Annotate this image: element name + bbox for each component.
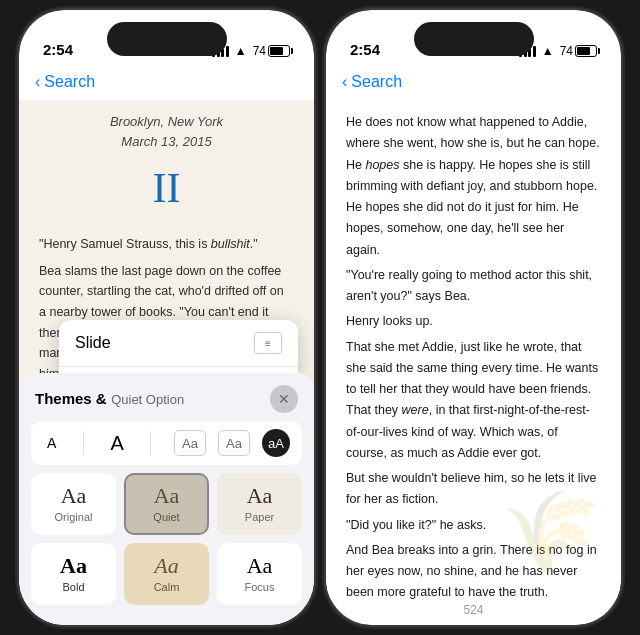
font-divider-2 bbox=[150, 431, 151, 455]
themes-panel: Themes & Quiet Option ✕ A A Aa Aa aA bbox=[19, 373, 314, 625]
theme-focus-aa: Aa bbox=[247, 555, 273, 577]
theme-paper-aa: Aa bbox=[247, 485, 273, 507]
font-icons-row: Aa Aa aA bbox=[174, 429, 290, 457]
page-number: 524 bbox=[326, 599, 621, 625]
battery-right: 74 bbox=[560, 44, 597, 58]
right-book-text: He does not know what happened to Addie,… bbox=[326, 100, 621, 599]
nav-bar-right: ‹ Search bbox=[326, 64, 621, 100]
right-para-1: "You're really going to method actor thi… bbox=[346, 265, 601, 308]
book-para-0: "Henry Samuel Strauss, this is bullshit.… bbox=[39, 234, 294, 255]
theme-quiet[interactable]: Aa Quiet bbox=[124, 473, 209, 535]
theme-focus[interactable]: Aa Focus bbox=[217, 543, 302, 605]
back-label-left: Search bbox=[44, 73, 95, 91]
dynamic-island-left bbox=[107, 22, 227, 56]
themes-title: Themes & bbox=[35, 390, 107, 407]
back-button-left[interactable]: ‹ Search bbox=[35, 73, 95, 91]
theme-paper[interactable]: Aa Paper bbox=[217, 473, 302, 535]
theme-calm[interactable]: Aa Calm bbox=[124, 543, 209, 605]
right-para-3: That she met Addie, just like he wrote, … bbox=[346, 337, 601, 465]
themes-title-area: Themes & Quiet Option bbox=[35, 390, 184, 408]
font-style-icon-2[interactable]: Aa bbox=[218, 430, 250, 456]
book-header: Brooklyn, New YorkMarch 13, 2015 II bbox=[39, 112, 294, 222]
theme-original[interactable]: Aa Original bbox=[31, 473, 116, 535]
theme-bold[interactable]: Aa Bold bbox=[31, 543, 116, 605]
theme-original-aa: Aa bbox=[61, 485, 87, 507]
chevron-left-icon-left: ‹ bbox=[35, 73, 40, 91]
theme-quiet-label: Quiet bbox=[153, 511, 179, 523]
theme-calm-aa: Aa bbox=[154, 555, 178, 577]
chapter-number: II bbox=[39, 155, 294, 222]
theme-bold-aa: Aa bbox=[60, 555, 87, 577]
theme-grid: Aa Original Aa Quiet Aa Paper Aa Bold Aa bbox=[31, 473, 302, 605]
dynamic-island-right bbox=[414, 22, 534, 56]
scroll-option-slide[interactable]: Slide ≡ bbox=[59, 320, 298, 367]
book-location: Brooklyn, New YorkMarch 13, 2015 bbox=[39, 112, 294, 151]
themes-close-button[interactable]: ✕ bbox=[270, 385, 298, 413]
theme-original-label: Original bbox=[55, 511, 93, 523]
book-content-right: He does not know what happened to Addie,… bbox=[326, 100, 621, 599]
slide-icon: ≡ bbox=[254, 332, 282, 354]
themes-subtitle: Quiet Option bbox=[111, 392, 184, 407]
back-label-right: Search bbox=[351, 73, 402, 91]
nav-bar-left: ‹ Search bbox=[19, 64, 314, 100]
time-right: 2:54 bbox=[350, 41, 380, 58]
right-para-4: But she wouldn't believe him, so he lets… bbox=[346, 468, 601, 511]
right-phone: 2:54 ▲ 74 ‹ Search He does not kn bbox=[326, 10, 621, 625]
font-style-icon-3[interactable]: aA bbox=[262, 429, 290, 457]
theme-quiet-aa: Aa bbox=[154, 485, 180, 507]
wifi-icon-right: ▲ bbox=[542, 44, 554, 58]
chevron-left-icon-right: ‹ bbox=[342, 73, 347, 91]
wifi-icon-left: ▲ bbox=[235, 44, 247, 58]
battery-label-right: 74 bbox=[560, 44, 573, 58]
font-size-row: A A Aa Aa aA bbox=[31, 421, 302, 465]
right-para-5: "Did you like it?" he asks. bbox=[346, 515, 601, 536]
font-decrease-button[interactable]: A bbox=[43, 433, 60, 453]
right-para-2: Henry looks up. bbox=[346, 311, 601, 332]
font-divider-1 bbox=[83, 431, 84, 455]
themes-header: Themes & Quiet Option ✕ bbox=[31, 385, 302, 413]
theme-bold-label: Bold bbox=[62, 581, 84, 593]
battery-left: 74 bbox=[253, 44, 290, 58]
right-para-6: And Bea breaks into a grin. There is no … bbox=[346, 540, 601, 599]
time-left: 2:54 bbox=[43, 41, 73, 58]
back-button-right[interactable]: ‹ Search bbox=[342, 73, 402, 91]
left-phone: 2:54 ▲ 74 ‹ Search Bro bbox=[19, 10, 314, 625]
theme-paper-label: Paper bbox=[245, 511, 274, 523]
theme-focus-label: Focus bbox=[245, 581, 275, 593]
font-increase-button[interactable]: A bbox=[107, 430, 128, 457]
right-para-0: He does not know what happened to Addie,… bbox=[346, 112, 601, 261]
scroll-option-slide-label: Slide bbox=[75, 334, 254, 352]
battery-label-left: 74 bbox=[253, 44, 266, 58]
theme-calm-label: Calm bbox=[154, 581, 180, 593]
font-style-icon-1[interactable]: Aa bbox=[174, 430, 206, 456]
